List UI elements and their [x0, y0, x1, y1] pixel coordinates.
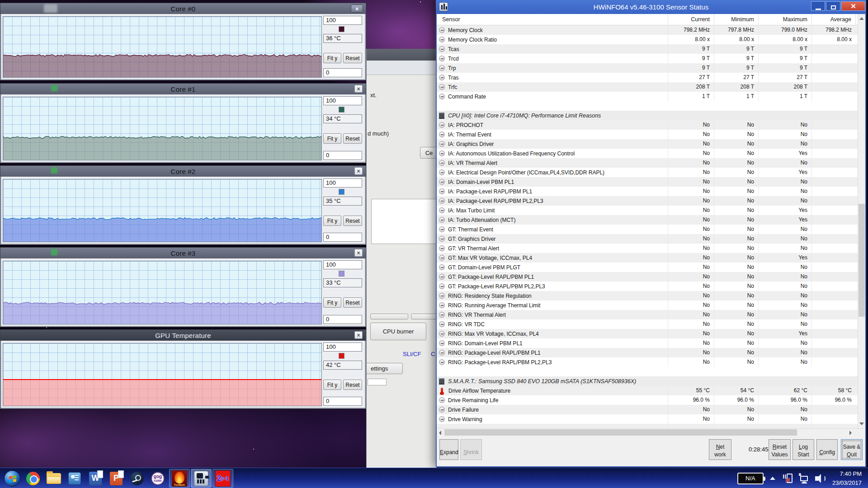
graph-titlebar[interactable]: Core #0×: [0, 3, 366, 14]
close-button[interactable]: ✕: [841, 1, 865, 11]
scale-min-input[interactable]: 0: [323, 151, 362, 160]
volume-icon[interactable]: [814, 473, 827, 484]
fit-y-button[interactable]: Fit y: [323, 297, 341, 308]
config-button[interactable]: Config: [816, 439, 838, 460]
sensor-row[interactable]: Tcas9 T9 T9 T: [437, 44, 863, 54]
scale-max-input[interactable]: 100: [323, 96, 362, 105]
sensor-row[interactable]: IA: Electrical Design Point/Other (ICCma…: [437, 168, 863, 177]
scale-max-input[interactable]: 100: [323, 16, 362, 25]
sensor-row[interactable]: IA: Autonomous Utilization-Based Frequen…: [437, 149, 863, 158]
network-icon[interactable]: [798, 473, 810, 484]
taskbar-item-gog-galaxy[interactable]: gogcom: [147, 469, 168, 488]
column-header-average[interactable]: Average: [812, 14, 856, 25]
sensor-row[interactable]: GT: Package-Level RAPL/PBM PL2,PL3NoNoNo: [437, 282, 863, 291]
show-hidden-icons-icon[interactable]: [770, 477, 775, 480]
sensor-row[interactable]: GT: VR Thermal AlertNoNoNo: [437, 244, 863, 253]
sensor-row[interactable]: GT: Domain-Level PBM PLGTNoNoNo: [437, 263, 863, 272]
sensor-row[interactable]: GT: Thermal EventNoNoNo: [437, 225, 863, 234]
sensor-row[interactable]: Tras27 T27 T27 T: [437, 73, 863, 82]
close-icon[interactable]: ×: [351, 5, 363, 13]
reset-button[interactable]: Reset: [343, 297, 362, 308]
sensor-row[interactable]: GT: Max VR Voltage, ICCmax, PL4NoNoYes: [437, 253, 863, 263]
scale-max-input[interactable]: 100: [323, 260, 362, 269]
scroll-left-icon[interactable]: [439, 431, 441, 435]
section-header-row[interactable]: S.M.A.R.T.: Samsung SSD 840 EVO 120GB mS…: [437, 376, 863, 386]
fit-y-button[interactable]: Fit y: [323, 53, 341, 63]
sensor-row[interactable]: IA: PROCHOTNoNoNo: [437, 120, 863, 130]
sensor-row[interactable]: RING: VR TDCNoNoNo: [437, 319, 863, 329]
fit-y-button[interactable]: Fit y: [323, 380, 341, 390]
scale-min-input[interactable]: 0: [323, 397, 362, 406]
reset-values-button[interactable]: ResetValues: [769, 439, 791, 460]
taskbar-item-word[interactable]: W: [85, 469, 106, 488]
sensor-row[interactable]: Memory Clock798.2 MHz797.8 MHz799.0 MHz7…: [437, 25, 863, 35]
battery-missing-icon[interactable]: ×: [783, 473, 794, 484]
settings-button[interactable]: ettings: [366, 363, 403, 374]
sli-cf-link[interactable]: SLI/CF: [403, 351, 421, 357]
clock[interactable]: 7:40 PM 23/03/2017: [832, 469, 862, 487]
sensor-row[interactable]: RING: Package-Level RAPL/PBM PL1NoNoNo: [437, 348, 863, 357]
taskbar-item-system-monitor[interactable]: [64, 469, 85, 488]
graph-titlebar[interactable]: Core #1×: [0, 84, 366, 94]
taskbar-item-start-button[interactable]: [2, 469, 23, 488]
reset-button[interactable]: Reset: [343, 53, 362, 63]
reset-button[interactable]: Reset: [343, 380, 362, 390]
shrink-button[interactable]: Shrink: [460, 439, 482, 460]
horizontal-scrollbar-thumb[interactable]: [444, 429, 797, 436]
sensor-row[interactable]: RING: Max VR Voltage, ICCmax, PL4NoNoYes: [437, 329, 863, 338]
sensor-row[interactable]: Memory Clock Ratio8.00 x8.00 x8.00 x8.00…: [437, 35, 863, 44]
c-link[interactable]: C: [431, 351, 435, 357]
reset-button[interactable]: Reset: [343, 216, 362, 226]
sensor-row[interactable]: Trp9 T9 T9 T: [437, 63, 863, 73]
scale-min-input[interactable]: 0: [323, 68, 362, 77]
column-header-current[interactable]: Current: [668, 14, 714, 25]
sensor-row[interactable]: RING: Package-Level RAPL/PBM PL2,PL3NoNo…: [437, 357, 863, 367]
taskbar-item-chrome[interactable]: [23, 469, 43, 488]
sensor-row[interactable]: RING: Residency State RegulationNoNoNo: [437, 291, 863, 300]
fit-y-button[interactable]: Fit y: [323, 133, 341, 144]
reset-button[interactable]: Reset: [343, 133, 362, 144]
taskbar-item-furmark[interactable]: FurMark: [169, 469, 190, 488]
vertical-scrollbar[interactable]: [858, 14, 865, 428]
scale-min-input[interactable]: 0: [323, 315, 362, 324]
close-icon[interactable]: ×: [354, 167, 363, 175]
sensor-row[interactable]: RING: Domain-Level PBM PL1NoNoNo: [437, 338, 863, 348]
taskbar-item-file-explorer[interactable]: [43, 469, 64, 488]
fragment-ce-button[interactable]: Ce: [420, 147, 437, 159]
save-quit-button[interactable]: Save &Quit: [841, 439, 863, 460]
scale-max-input[interactable]: 100: [323, 343, 362, 352]
maximize-button[interactable]: [826, 1, 840, 11]
close-icon[interactable]: ×: [354, 85, 363, 93]
battery-widget[interactable]: N/A: [737, 473, 764, 484]
taskbar-item-hwinfo[interactable]: [191, 469, 212, 488]
sensor-row[interactable]: RING: Running Average Thermal LimitNoNoN…: [437, 300, 863, 310]
horizontal-scrollbar[interactable]: [437, 428, 863, 436]
hwinfo-titlebar[interactable]: HWiNFO64 v5.46-3100 Sensor Status ✕: [436, 0, 866, 14]
sensor-row[interactable]: IA: Domain-Level PBM PL1NoNoNo: [437, 177, 863, 187]
taskbar-item-prime95[interactable]: 2p-1: [212, 469, 233, 488]
log-start-button[interactable]: LogStart: [793, 439, 814, 460]
taskbar-item-steam[interactable]: [127, 469, 147, 488]
scroll-up-icon[interactable]: [859, 17, 864, 20]
sensor-row[interactable]: Drive Remaining Life96.0 %96.0 %96.0 %96…: [437, 395, 863, 405]
sensor-row[interactable]: GT: Graphics DriverNoNoNo: [437, 234, 863, 244]
scroll-right-icon[interactable]: [849, 431, 852, 435]
section-header-row[interactable]: CPU [#0]: Intel Core i7-4710MQ: Performa…: [437, 111, 863, 120]
expand-button[interactable]: Expand: [439, 439, 458, 460]
vertical-scrollbar-thumb[interactable]: [859, 204, 865, 317]
sensor-row[interactable]: Drive Airflow Temperature55 °C54 °C62 °C…: [437, 386, 863, 395]
graph-titlebar[interactable]: GPU Temperature×: [0, 330, 366, 341]
sensor-row[interactable]: RING: VR Thermal AlertNoNoNo: [437, 310, 863, 319]
sensor-row[interactable]: IA: Thermal EventNoNoNo: [437, 130, 863, 139]
fragment-button-strip-2[interactable]: [411, 314, 437, 319]
scroll-down-icon[interactable]: [859, 422, 864, 425]
sensor-row[interactable]: IA: Max Turbo LimitNoNoYes: [437, 206, 863, 215]
sensor-row[interactable]: [437, 424, 863, 428]
graph-titlebar[interactable]: Core #3×: [0, 248, 366, 258]
column-header-minimum[interactable]: Minimum: [714, 14, 759, 25]
fragment-button-strip-1[interactable]: [370, 314, 408, 319]
taskbar-item-powerpoint[interactable]: P: [106, 469, 127, 488]
scale-max-input[interactable]: 100: [323, 178, 362, 188]
sensor-row[interactable]: IA: Graphics DriverNoNoNo: [437, 139, 863, 149]
sensor-row[interactable]: Command Rate1 T1 T1 T: [437, 92, 863, 101]
